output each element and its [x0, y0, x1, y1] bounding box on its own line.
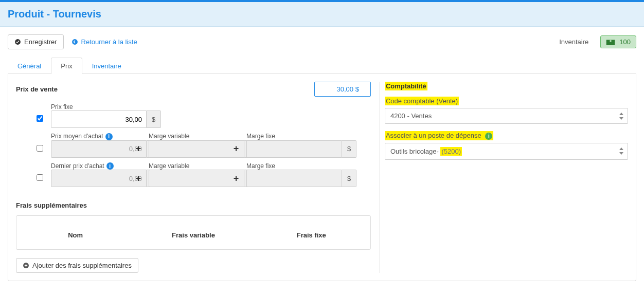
back-link-label: Retourner à la liste — [81, 38, 137, 46]
box-icon — [606, 39, 615, 46]
fixed-price-input[interactable] — [51, 110, 147, 128]
fees-col-fixed: Frais fixe — [253, 216, 370, 249]
back-link[interactable]: Retourner à la liste — [71, 38, 137, 46]
svg-rect-3 — [610, 40, 612, 42]
svg-point-1 — [72, 39, 78, 45]
fixed-margin-label-1: Marge fixe — [246, 133, 275, 140]
avg-var-margin-input — [149, 140, 244, 158]
tab-general[interactable]: Général — [8, 58, 51, 74]
left-column: Prix de vente 30,00 $ Prix fixe $ — [16, 82, 375, 273]
last-var-margin-input — [149, 170, 244, 187]
var-margin-label-2: Marge variable — [149, 162, 189, 170]
plus-icon: + — [133, 173, 144, 184]
info-icon[interactable]: i — [106, 162, 114, 170]
plus-icon: + — [231, 173, 241, 184]
price-badge: 30,00 $ — [314, 82, 371, 97]
avg-price-label: Prix moyen d'achat — [51, 133, 103, 140]
plus-icon: + — [231, 143, 241, 154]
expense-post-label: Associer à un poste de dépense i — [385, 131, 628, 140]
save-button-label: Enregistrer — [24, 38, 57, 46]
fees-table: Nom Frais variable Frais fixe — [16, 215, 371, 250]
inventory-label: Inventaire — [559, 38, 588, 46]
last-price-input — [51, 170, 147, 187]
fixed-price-label: Prix fixe — [51, 103, 73, 110]
tab-panel: Prix de vente 30,00 $ Prix fixe $ — [8, 74, 636, 281]
content: Enregistrer Retourner à la liste Inventa… — [0, 27, 644, 289]
currency-addon: $ — [342, 140, 356, 158]
plus-circle-icon — [23, 262, 29, 269]
right-column: Comptabilité Code comptable (Vente) 4200… — [379, 82, 628, 273]
check-circle-icon — [14, 39, 21, 45]
page-title: Produit - Tournevis — [8, 8, 636, 20]
currency-addon: $ — [147, 110, 161, 128]
arrow-left-circle-icon — [71, 39, 78, 45]
last-price-checkbox[interactable] — [37, 174, 43, 181]
inventory-badge: 100 — [600, 35, 636, 48]
accounting-code-select[interactable]: 4200 - Ventes — [385, 108, 628, 124]
var-margin-label-1: Marge variable — [149, 133, 189, 140]
expense-post-value: Outils bricolage- (5200) — [385, 143, 628, 160]
info-icon[interactable]: i — [485, 133, 492, 140]
fixed-price-checkbox[interactable] — [37, 115, 43, 122]
accounting-heading: Comptabilité — [385, 82, 628, 90]
avg-fixed-margin-input — [246, 140, 342, 158]
fees-section: Frais supplémentaires Nom Frais variable… — [16, 201, 371, 273]
add-fees-label: Ajouter des frais supplémentaires — [32, 262, 132, 269]
tab-price[interactable]: Prix — [51, 58, 82, 74]
plus-icon: + — [133, 143, 144, 154]
fees-col-nom: Nom — [16, 216, 134, 249]
fees-col-variable: Frais variable — [134, 216, 252, 249]
accounting-code-label: Code comptable (Vente) — [385, 97, 628, 105]
avg-price-checkbox[interactable] — [37, 145, 43, 152]
last-fixed-margin-input — [246, 170, 342, 187]
info-icon[interactable]: i — [105, 133, 113, 140]
avg-price-input — [51, 140, 147, 158]
last-price-label: Dernier prix d'achat — [51, 162, 104, 170]
fixed-margin-label-2: Marge fixe — [246, 162, 275, 170]
tabs: Général Prix Inventaire — [8, 57, 636, 74]
fees-heading: Frais supplémentaires — [16, 201, 371, 209]
toolbar: Enregistrer Retourner à la liste Inventa… — [8, 34, 636, 49]
save-button[interactable]: Enregistrer — [8, 34, 64, 49]
tab-inventory[interactable]: Inventaire — [82, 58, 131, 74]
page-header: Produit - Tournevis — [0, 2, 644, 27]
price-section-header: Prix de vente 30,00 $ — [16, 82, 371, 97]
expense-post-select[interactable]: Outils bricolage- (5200) — [385, 143, 628, 160]
price-heading: Prix de vente — [16, 85, 58, 93]
inventory-value: 100 — [619, 38, 631, 46]
accounting-code-value: 4200 - Ventes — [385, 108, 628, 124]
add-fees-button[interactable]: Ajouter des frais supplémentaires — [16, 258, 138, 273]
currency-addon: $ — [342, 170, 356, 187]
